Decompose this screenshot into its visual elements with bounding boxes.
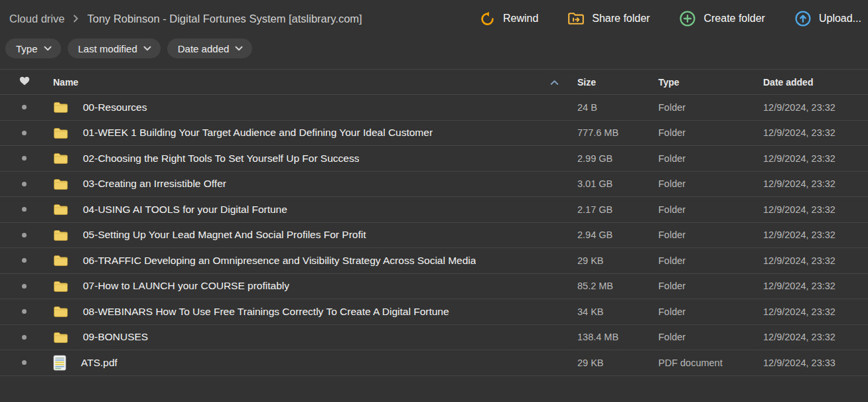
create-folder-label: Create folder (703, 13, 765, 25)
table-row[interactable]: 01-WEEK 1 Building Your Target Audience … (0, 121, 868, 147)
file-table: Name Size Type Date added 00-Resources (0, 69, 868, 376)
status-dot-icon (22, 284, 27, 289)
file-name: 08-WEBINARS How To Use Free Trainings Co… (83, 306, 449, 318)
column-header-favorite[interactable] (0, 76, 42, 88)
file-name: 05-Setting Up Your Lead Magnet And Socia… (83, 229, 366, 241)
row-name-cell: 02-Choosing the Right Tools To Set Yours… (42, 152, 573, 165)
file-date-added: 12/9/2024, 23:32 (759, 255, 868, 266)
file-name: 03-Creating an Irresistible Offer (83, 178, 226, 190)
row-status-cell (0, 284, 42, 289)
file-name: 04-USING AI TOOLS for your Digital Fortu… (83, 204, 287, 216)
file-type: Folder (654, 255, 759, 266)
table-row[interactable]: 08-WEBINARS How To Use Free Trainings Co… (0, 299, 868, 325)
row-name-cell: 06-TRAFFIC Developing an Omnipresence an… (42, 254, 573, 267)
share-folder-icon (567, 11, 585, 27)
row-status-cell (0, 309, 42, 314)
breadcrumb-root[interactable]: Cloud drive (9, 13, 64, 25)
row-status-cell (0, 207, 42, 212)
file-date-added: 12/9/2024, 23:33 (759, 358, 868, 368)
rewind-button[interactable]: Rewind (479, 11, 538, 27)
filter-last-modified-dropdown[interactable]: Last modified (68, 38, 161, 58)
row-name-cell: 08-WEBINARS How To Use Free Trainings Co… (42, 305, 573, 318)
file-date-added: 12/9/2024, 23:32 (759, 281, 868, 291)
file-size: 3.01 GB (573, 178, 654, 189)
chevron-down-icon (143, 46, 151, 51)
table-header-row: Name Size Type Date added (0, 70, 868, 95)
cloud-drive-file-manager: Cloud drive Tony Robinson - Digital Fort… (0, 0, 868, 402)
column-header-type[interactable]: Type (654, 77, 759, 88)
filter-type-dropdown[interactable]: Type (5, 38, 61, 58)
folder-icon (53, 305, 68, 318)
status-dot-icon (22, 233, 27, 237)
upload-button[interactable]: Upload... (794, 10, 861, 27)
file-type: Folder (654, 178, 759, 189)
file-name: 07-How to LAUNCH your COURSE profitably (83, 280, 289, 292)
status-dot-icon (22, 335, 27, 340)
file-name: 06-TRAFFIC Developing an Omnipresence an… (83, 255, 476, 267)
filter-bar: Type Last modified Date added (0, 37, 868, 69)
filter-date-added-label: Date added (178, 43, 230, 54)
file-type: PDF document (654, 358, 759, 368)
row-name-cell: ATS.pdf (42, 355, 573, 371)
row-name-cell: 09-BONUSES (42, 331, 573, 344)
table-row[interactable]: 07-How to LAUNCH your COURSE profitably … (0, 274, 868, 300)
folder-icon (53, 280, 68, 293)
file-name: 02-Choosing the Right Tools To Set Yours… (83, 153, 359, 165)
file-date-added: 12/9/2024, 23:32 (759, 102, 868, 113)
status-dot-icon (22, 207, 27, 212)
filter-last-modified-label: Last modified (78, 43, 137, 54)
heart-icon (19, 76, 30, 88)
column-header-name[interactable]: Name (42, 77, 573, 88)
folder-icon (53, 127, 68, 139)
row-status-cell (0, 105, 42, 109)
create-folder-button[interactable]: Create folder (679, 10, 765, 27)
folder-icon (53, 101, 68, 113)
table-row[interactable]: 04-USING AI TOOLS for your Digital Fortu… (0, 197, 868, 223)
row-name-cell: 04-USING AI TOOLS for your Digital Fortu… (42, 203, 573, 216)
table-row[interactable]: 06-TRAFFIC Developing an Omnipresence an… (0, 248, 868, 274)
file-size: 138.4 MB (573, 332, 654, 342)
file-type: Folder (654, 332, 759, 342)
row-name-cell: 03-Creating an Irresistible Offer (42, 178, 573, 190)
file-date-added: 12/9/2024, 23:32 (759, 178, 868, 189)
row-status-cell (0, 258, 42, 263)
row-status-cell (0, 335, 42, 340)
file-size: 2.99 GB (573, 153, 654, 164)
table-row[interactable]: ATS.pdf 29 KB PDF document 12/9/2024, 23… (0, 350, 868, 376)
file-type: Folder (654, 281, 759, 291)
row-name-cell: 05-Setting Up Your Lead Magnet And Socia… (42, 229, 573, 241)
chevron-down-icon (44, 46, 52, 51)
table-row[interactable]: 03-Creating an Irresistible Offer 3.01 G… (0, 172, 868, 198)
row-status-cell (0, 131, 42, 135)
upload-label: Upload... (819, 13, 861, 25)
chevron-down-icon (235, 46, 243, 51)
table-row[interactable]: 09-BONUSES 138.4 MB Folder 12/9/2024, 23… (0, 325, 868, 351)
file-name: 00-Resources (83, 101, 147, 113)
filter-date-added-dropdown[interactable]: Date added (167, 38, 253, 58)
file-name: ATS.pdf (81, 357, 117, 369)
file-type: Folder (654, 306, 759, 317)
column-header-size[interactable]: Size (573, 77, 654, 88)
file-size: 29 KB (573, 255, 654, 266)
column-header-date-added[interactable]: Date added (759, 77, 868, 88)
upload-icon (794, 10, 812, 27)
file-date-added: 12/9/2024, 23:32 (759, 153, 868, 164)
share-folder-button[interactable]: Share folder (567, 11, 650, 27)
column-header-name-label: Name (53, 77, 78, 88)
share-folder-label: Share folder (592, 13, 650, 25)
file-date-added: 12/9/2024, 23:32 (759, 332, 868, 342)
status-dot-icon (22, 309, 27, 314)
file-size: 2.17 GB (573, 204, 654, 215)
status-dot-icon (22, 258, 27, 263)
status-dot-icon (22, 182, 27, 186)
pdf-document-icon (53, 355, 66, 371)
file-list: 00-Resources 24 B Folder 12/9/2024, 23:3… (0, 95, 868, 376)
table-row[interactable]: 02-Choosing the Right Tools To Set Yours… (0, 146, 868, 172)
row-status-cell (0, 360, 42, 365)
table-row[interactable]: 00-Resources 24 B Folder 12/9/2024, 23:3… (0, 95, 868, 121)
file-size: 29 KB (573, 358, 654, 368)
breadcrumb: Cloud drive Tony Robinson - Digital Fort… (9, 13, 466, 25)
table-row[interactable]: 05-Setting Up Your Lead Magnet And Socia… (0, 223, 868, 249)
file-date-added: 12/9/2024, 23:32 (759, 204, 868, 215)
row-status-cell (0, 182, 42, 186)
